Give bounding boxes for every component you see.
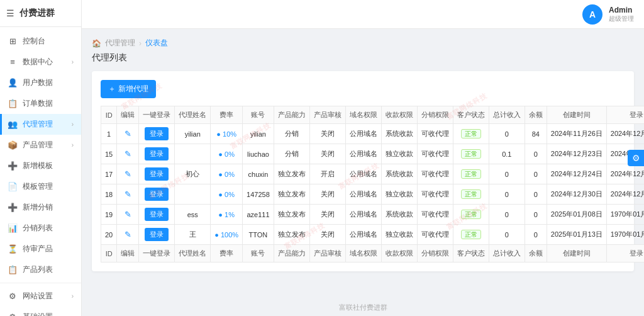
cell-edit-icon[interactable]: ✎	[117, 124, 139, 144]
products-icon: 📦	[8, 140, 18, 150]
footer-id: ID	[101, 245, 117, 262]
footer-login-time: 登录	[606, 245, 644, 262]
menu-toggle-icon[interactable]: ☰	[6, 8, 14, 18]
cell-branch: 可收代理	[417, 144, 453, 164]
footer-edit: 编辑	[117, 245, 139, 262]
footer-rate: 费率	[211, 245, 243, 262]
edit-row-icon[interactable]: ✎	[125, 189, 131, 199]
sidebar-item-template-mgr[interactable]: 📄 模板管理	[0, 176, 81, 197]
user-info: Admin 超级管理	[609, 6, 634, 23]
cell-create-time: 2024年12月23日	[547, 144, 606, 164]
cell-product-review: 开启	[309, 164, 345, 184]
sidebar-item-label: 基础设置	[23, 312, 53, 316]
sidebar-item-website-settings[interactable]: ⚙ 网站设置 ›	[0, 286, 81, 307]
cell-income: 0	[489, 164, 525, 184]
cell-balance: 0	[525, 184, 547, 205]
cell-edit-icon[interactable]: ✎	[117, 184, 139, 205]
sidebar-item-dashboard[interactable]: ⊞ 控制台	[0, 31, 81, 52]
cell-login-btn[interactable]: 登录	[139, 184, 175, 205]
status-badge: 正常	[461, 210, 481, 219]
sidebar-item-basic-settings[interactable]: ⚙ 基础设置	[0, 307, 81, 316]
edit-row-icon[interactable]: ✎	[125, 230, 131, 239]
one-click-login-button[interactable]: 登录	[145, 228, 169, 241]
cell-product-ability: 独立发布	[274, 184, 309, 205]
cell-collection: 独立收款	[381, 225, 417, 245]
table-header-row: ID 编辑 一键登录 代理姓名 费率 账号 产品能力 产品审核 域名权限 收款权…	[101, 106, 645, 124]
cell-branch: 可收代理	[417, 205, 453, 225]
col-login-header: 一键登录	[139, 106, 175, 124]
breadcrumb-home[interactable]: 代理管理	[105, 38, 135, 48]
add-agent-label: 新增代理	[118, 84, 148, 94]
footer-client-status: 客户状态	[453, 245, 489, 262]
cell-account: chuxin	[243, 164, 274, 184]
edit-row-icon[interactable]: ✎	[125, 129, 131, 138]
cell-edit-icon[interactable]: ✎	[117, 164, 139, 184]
sidebar-item-label: 产品列表	[23, 264, 53, 275]
cell-login-btn[interactable]: 登录	[139, 205, 175, 225]
sidebar-item-label: 分销列表	[23, 223, 53, 234]
cell-account: yilian	[243, 124, 274, 144]
cell-login-btn[interactable]: 登录	[139, 225, 175, 245]
cell-login-btn[interactable]: 登录	[139, 144, 175, 164]
one-click-login-button[interactable]: 登录	[145, 188, 169, 201]
status-badge: 正常	[461, 149, 481, 159]
cell-income: 0	[489, 124, 525, 144]
breadcrumb-current: 仪表盘	[145, 38, 168, 48]
cell-name: 初心	[175, 164, 211, 184]
cell-id: 17	[101, 164, 117, 184]
sidebar-item-product-list[interactable]: 📋 产品列表	[0, 259, 81, 280]
cell-login-time: 2024年12月24日	[606, 164, 644, 184]
topbar: A Admin 超级管理	[82, 0, 644, 29]
sidebar-item-users[interactable]: 👤 用户数据	[0, 72, 81, 93]
edit-row-icon[interactable]: ✎	[125, 149, 131, 159]
one-click-login-button[interactable]: 登录	[145, 127, 169, 140]
col-product-review: 产品审核	[309, 106, 345, 124]
cell-login-btn[interactable]: 登录	[139, 124, 175, 144]
status-badge: 正常	[461, 230, 481, 239]
cell-product-ability: 分销	[274, 144, 309, 164]
col-collection: 收款权限	[381, 106, 417, 124]
sidebar-item-branch-list[interactable]: 📊 分销列表	[0, 218, 81, 239]
cell-domain: 公用域名	[345, 205, 381, 225]
col-edit-header: 编辑	[117, 106, 139, 124]
sidebar-item-data-center[interactable]: ≡ 数据中心 ›	[0, 52, 81, 72]
cell-name	[175, 144, 211, 164]
one-click-login-button[interactable]: 登录	[145, 167, 169, 181]
cell-edit-icon[interactable]: ✎	[117, 205, 139, 225]
cell-product-review: 关闭	[309, 225, 345, 245]
sidebar-item-agents[interactable]: 👥 代理管理 ›	[0, 114, 81, 135]
cell-product-ability: 独立发布	[274, 205, 309, 225]
cell-domain: 公用域名	[345, 184, 381, 205]
one-click-login-button[interactable]: 登录	[145, 208, 169, 221]
cell-branch: 可收代理	[417, 164, 453, 184]
cell-edit-icon[interactable]: ✎	[117, 225, 139, 245]
cell-edit-icon[interactable]: ✎	[117, 144, 139, 164]
users-icon: 👤	[8, 78, 18, 87]
cell-id: 18	[101, 184, 117, 205]
cell-id: 20	[101, 225, 117, 245]
cell-client-status: 正常	[453, 225, 489, 245]
cell-domain: 公用域名	[345, 144, 381, 164]
sidebar-item-pending[interactable]: ⏳ 待审产品	[0, 239, 81, 259]
product-list-icon: 📋	[8, 265, 18, 274]
user-name: Admin	[609, 6, 634, 14]
one-click-login-button[interactable]: 登录	[145, 147, 169, 161]
cell-id: 19	[101, 205, 117, 225]
edit-row-icon[interactable]: ✎	[125, 169, 131, 179]
add-agent-button[interactable]: ＋ 新增代理	[101, 80, 156, 98]
main-card: 富联网络科技 富联网络科技 富联网络科技 富联网络科技 富联网络科技 富联网络科…	[92, 71, 634, 271]
sidebar-item-new-template[interactable]: ➕ 新增模板	[0, 155, 81, 176]
cell-balance: 0	[525, 205, 547, 225]
cell-name: 王	[175, 225, 211, 245]
sidebar-item-label: 代理管理	[23, 119, 53, 130]
sidebar-item-orders[interactable]: 📋 订单数据	[0, 93, 81, 114]
edit-row-icon[interactable]: ✎	[125, 210, 131, 219]
float-settings-button[interactable]: ⚙	[628, 150, 644, 166]
cell-rate: ● 1%	[211, 205, 243, 225]
agents-icon: 👥	[8, 120, 18, 129]
branch-list-icon: 📊	[8, 223, 18, 233]
cell-create-time: 2024年12月24日	[547, 164, 606, 184]
sidebar-item-products[interactable]: 📦 产品管理 ›	[0, 135, 81, 155]
sidebar-item-new-branch[interactable]: ➕ 新增分销	[0, 197, 81, 218]
cell-login-btn[interactable]: 登录	[139, 164, 175, 184]
